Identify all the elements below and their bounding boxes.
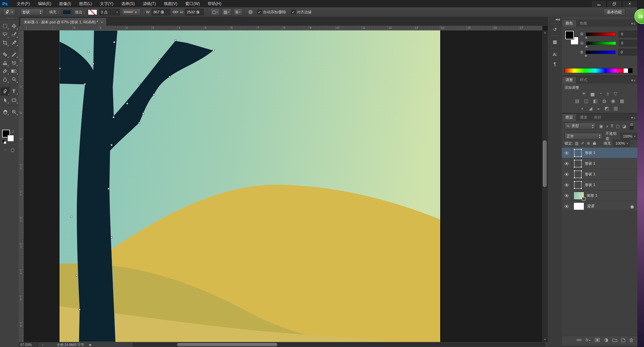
fg-color-swatch[interactable] [565, 31, 574, 39]
tool-lasso[interactable] [0, 30, 9, 38]
tool-dodge[interactable] [9, 75, 18, 83]
document-tab[interactable]: 未标题-1 - 副本.psd @ 67% (形状 1, RGB/8) * × [20, 18, 107, 26]
path-arrange-button[interactable]: ≣▼ [233, 8, 243, 16]
tool-rectangular-marquee[interactable] [0, 22, 9, 30]
panel-menu-icon[interactable]: ▼≡ [631, 22, 637, 27]
vertical-scroll-thumb[interactable] [543, 140, 547, 187]
anchor-point[interactable] [153, 94, 155, 95]
menu-filter[interactable]: 滤镜(T) [139, 0, 160, 7]
delete-layer-icon[interactable] [629, 338, 633, 342]
menu-file[interactable]: 文件(F) [13, 0, 34, 7]
path-alignment-button[interactable]: ▤▼ [222, 8, 231, 16]
lock-all-icon[interactable] [593, 141, 596, 145]
gradient-map-icon[interactable]: ◩ [605, 106, 609, 111]
tool-preset-button[interactable]: ▼ [3, 8, 15, 16]
channel-slider[interactable] [586, 50, 616, 54]
anchor-point[interactable] [70, 216, 72, 217]
layer-visibility-toggle[interactable] [562, 190, 572, 201]
anchor-point[interactable] [84, 83, 86, 85]
anchor-point[interactable] [139, 122, 140, 124]
exposure-icon[interactable]: ± [607, 91, 609, 96]
layer-visibility-toggle[interactable] [562, 169, 572, 179]
anchor-point[interactable] [108, 188, 109, 189]
tool-eraser[interactable] [0, 67, 9, 75]
tab-color[interactable]: 颜色 [562, 19, 577, 27]
menu-window[interactable]: 窗口(W) [181, 0, 204, 7]
scroll-up-arrow[interactable]: ▲ [542, 30, 548, 35]
layer-row[interactable]: 矩形 1 [562, 190, 637, 201]
restore-button[interactable] [607, 0, 622, 8]
lock-transparency-icon[interactable]: ▨ [575, 141, 579, 146]
anchor-point[interactable] [79, 309, 80, 310]
tool-brush[interactable] [9, 50, 18, 58]
anchor-point[interactable] [76, 275, 77, 276]
tab-swatches[interactable]: 色板 [577, 20, 591, 27]
fill-swatch[interactable] [62, 9, 71, 15]
horizontal-scroll-thumb[interactable] [177, 343, 277, 346]
lock-position-icon[interactable]: ⊕ [587, 141, 590, 146]
filter-pixel-layers-icon[interactable]: ▣ [599, 124, 603, 129]
curves-icon[interactable]: ◔ [599, 91, 602, 96]
color-balance-icon[interactable]: ◫ [584, 98, 589, 104]
gear-icon[interactable] [248, 9, 253, 15]
tool-crop[interactable] [0, 38, 9, 47]
character-panel-icon[interactable]: A| [548, 49, 562, 59]
tool-pen[interactable] [0, 87, 10, 96]
workspace-switcher[interactable]: 基本功能 [603, 8, 625, 16]
paragraph-panel-icon[interactable]: ¶ [548, 59, 562, 69]
tool-path-selection[interactable] [0, 96, 9, 104]
layer-visibility-toggle[interactable] [562, 180, 572, 190]
filter-shape-layers-icon[interactable]: ▢ [616, 124, 620, 129]
selective-color-icon[interactable]: ▥ [614, 106, 618, 111]
anchor-point[interactable] [93, 63, 94, 64]
menu-type[interactable]: 文字(Y) [96, 0, 117, 7]
link-dimensions-icon[interactable] [173, 10, 178, 14]
channel-mixer-icon[interactable]: ◉ [611, 98, 615, 104]
tab-styles[interactable]: 样式 [577, 76, 591, 83]
tool-gradient[interactable] [9, 67, 18, 75]
photo-filter-icon[interactable]: ◍ [602, 98, 606, 104]
width-field[interactable]: 867 像 [152, 9, 170, 15]
filter-smart-objects-icon[interactable]: ◪ [622, 124, 626, 129]
tab-close-icon[interactable]: × [101, 20, 103, 24]
menu-layer[interactable]: 图层(L) [75, 0, 96, 7]
height-field[interactable]: 2502 像 [185, 9, 204, 15]
layer-row[interactable]: 形状 1 [562, 158, 637, 169]
tool-mode-select[interactable]: 形状 ▲▼ [20, 9, 44, 15]
align-edges-checkbox[interactable]: ✓ 对齐边缘 [291, 10, 312, 15]
anchor-point[interactable] [139, 83, 140, 84]
anchor-point[interactable] [213, 49, 214, 51]
shape-layer-thumbnail[interactable] [574, 181, 582, 189]
tool-eyedropper[interactable] [9, 38, 18, 47]
menu-select[interactable]: 选择(S) [117, 0, 139, 7]
channel-slider[interactable] [586, 41, 616, 45]
path-operations-button[interactable]: ▢▼ [210, 8, 220, 16]
horizontal-scrollbar[interactable] [132, 343, 546, 347]
tool-history-brush[interactable] [9, 58, 18, 67]
screen-mode-button[interactable]: ▢ [11, 148, 14, 152]
slider-handle[interactable] [585, 36, 588, 38]
menu-edit[interactable]: 编辑(E) [34, 0, 55, 7]
auto-add-delete-checkbox[interactable]: ✓ 自动添加/删除 [257, 10, 286, 15]
channel-value-field[interactable]: 0 [619, 31, 638, 37]
menu-view[interactable]: 视图(V) [160, 0, 181, 7]
background-layer-thumbnail[interactable] [574, 202, 584, 210]
tool-spot-healing[interactable] [0, 50, 9, 58]
expand-panels-icon[interactable]: ◀◀ [548, 17, 562, 22]
tool-blur[interactable] [0, 75, 9, 83]
canvas-viewport[interactable] [24, 30, 542, 342]
opacity-field[interactable]: 100% ▼ [621, 133, 637, 140]
anchor-point[interactable] [59, 68, 60, 69]
properties-panel-icon[interactable]: ▦ [548, 37, 562, 47]
link-layers-icon[interactable] [577, 338, 582, 342]
tab-layers[interactable]: 图层 [562, 114, 577, 121]
channel-slider[interactable] [586, 32, 616, 36]
shape-layer-thumbnail[interactable] [574, 171, 582, 178]
invert-icon[interactable]: ◐ [581, 106, 584, 111]
anchor-point[interactable] [159, 59, 160, 60]
anchor-point[interactable] [111, 237, 112, 238]
stroke-style-select[interactable]: ▼ [122, 9, 141, 15]
scroll-down-arrow[interactable]: ▼ [542, 337, 548, 342]
black-white-icon[interactable]: ◧ [593, 98, 598, 104]
horizontal-ruler[interactable]: 01234567891011121314151617 [24, 26, 542, 31]
